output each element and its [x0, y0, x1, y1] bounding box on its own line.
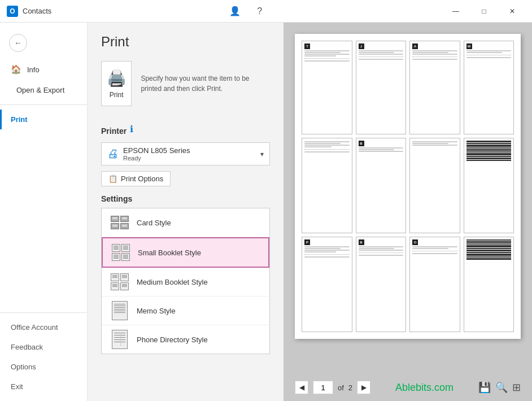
style-item-card[interactable]: Card Style [102, 208, 269, 237]
memo-icon [110, 302, 130, 319]
printer-name: EPSON L805 Series [123, 146, 190, 155]
total-pages: 2 [348, 383, 352, 392]
print-options-icon: 📋 [108, 175, 117, 183]
sidebar-divider [0, 104, 87, 105]
preview-bottom-icons: 💾 🔍 ⊞ [478, 381, 521, 394]
printer-details: EPSON L805 Series Ready [123, 146, 190, 162]
sidebar-bottom: Office Account Feedback Options Exit [0, 317, 87, 401]
app-title: Contacts [23, 7, 51, 15]
sidebar-item-print-label: Print [11, 115, 28, 124]
of-label: of [338, 383, 344, 392]
title-bar-left: O Contacts [7, 6, 51, 17]
style-item-phone-dir-label: Phone Directory Style [137, 335, 208, 344]
minimize-button[interactable]: — [443, 2, 469, 20]
window-controls: — □ ✕ [443, 2, 525, 20]
sidebar-item-info[interactable]: 🏠 Info [0, 59, 87, 80]
print-button-area: 🖨️ Print Specify how you want the item t… [101, 61, 270, 106]
preview-bottom: ◀ of 2 ▶ Ablebits.com 💾 🔍 ⊞ [295, 381, 521, 394]
sidebar: ← 🏠 Info Open & Export Print Office Acco… [0, 23, 88, 401]
sidebar-item-print[interactable]: Print [0, 110, 87, 129]
grid-view-icon[interactable]: ⊞ [512, 381, 521, 394]
sidebar-item-open-export[interactable]: Open & Export [0, 80, 87, 100]
medium-booklet-icon [110, 273, 130, 290]
style-item-memo-label: Memo Style [137, 307, 176, 315]
print-button-label: Print [110, 91, 124, 99]
print-description: Specify how you want the item to be prin… [141, 73, 270, 94]
info-icon[interactable]: ℹ [130, 124, 133, 134]
content: Print 🖨️ Print Specify how you want the … [88, 23, 532, 401]
style-item-memo[interactable]: Memo Style [102, 297, 269, 325]
chevron-down-icon: ▾ [260, 150, 264, 158]
close-button[interactable]: ✕ [499, 2, 525, 20]
style-item-phone-dir[interactable]: Phone Directory Style [102, 325, 269, 354]
preview-area: T J [284, 23, 532, 401]
page-number-input[interactable] [313, 381, 333, 394]
title-bar-actions: 👤 ? [227, 3, 268, 19]
app-icon: O [7, 6, 18, 17]
page-title: Print [101, 34, 270, 50]
phone-dir-icon [110, 331, 130, 348]
style-item-medium-booklet[interactable]: Medium Booklet Style [102, 268, 269, 297]
style-item-card-label: Card Style [137, 219, 171, 227]
save-preview-icon[interactable]: 💾 [478, 381, 491, 394]
sidebar-item-office-account[interactable]: Office Account [0, 317, 87, 337]
style-item-medium-booklet-label: Medium Booklet Style [137, 278, 208, 286]
sidebar-item-feedback[interactable]: Feedback [0, 337, 87, 357]
printer-icon: 🖨️ [107, 69, 127, 88]
print-button[interactable]: 🖨️ Print [101, 61, 132, 106]
printer-device-icon: 🖨 [107, 147, 119, 160]
small-booklet-icon [111, 244, 131, 261]
print-options-button[interactable]: 📋 Print Options [101, 171, 171, 186]
style-item-small-booklet-label: Small Booklet Style [138, 249, 201, 257]
maximize-button[interactable]: □ [471, 2, 497, 20]
sidebar-item-open-export-label: Open & Export [16, 86, 64, 94]
home-icon: 🏠 [11, 64, 21, 75]
left-panel: Print 🖨️ Print Specify how you want the … [88, 23, 284, 401]
next-page-button[interactable]: ▶ [357, 381, 370, 394]
style-list: Card Style [101, 208, 270, 354]
printer-status: Ready [123, 155, 190, 162]
printer-select[interactable]: 🖨 EPSON L805 Series Ready ▾ [101, 142, 270, 165]
zoom-icon[interactable]: 🔍 [495, 381, 508, 394]
preview-page: T J [295, 34, 521, 339]
app-body: ← 🏠 Info Open & Export Print Office Acco… [0, 23, 532, 401]
title-bar: O Contacts 👤 ? — □ ✕ [0, 0, 532, 23]
card-style-icon [110, 214, 130, 231]
pagination: ◀ of 2 ▶ [295, 381, 370, 394]
prev-page-button[interactable]: ◀ [295, 381, 308, 394]
sidebar-item-info-label: Info [27, 66, 40, 74]
settings-label: Settings [101, 194, 270, 203]
ablebits-watermark: Ablebits.com [395, 382, 453, 394]
person-icon[interactable]: 👤 [227, 3, 243, 19]
help-icon[interactable]: ? [252, 3, 268, 19]
printer-info: 🖨 EPSON L805 Series Ready [107, 146, 190, 162]
sidebar-divider-bottom [0, 312, 87, 313]
sidebar-item-exit[interactable]: Exit [0, 377, 87, 396]
print-options-label: Print Options [121, 175, 163, 183]
back-button[interactable]: ← [9, 34, 27, 52]
style-item-small-booklet[interactable]: Small Booklet Style [102, 237, 269, 268]
printer-section-label: Printer [101, 127, 127, 136]
sidebar-nav: 🏠 Info Open & Export Print [0, 59, 87, 308]
sidebar-item-options[interactable]: Options [0, 357, 87, 377]
